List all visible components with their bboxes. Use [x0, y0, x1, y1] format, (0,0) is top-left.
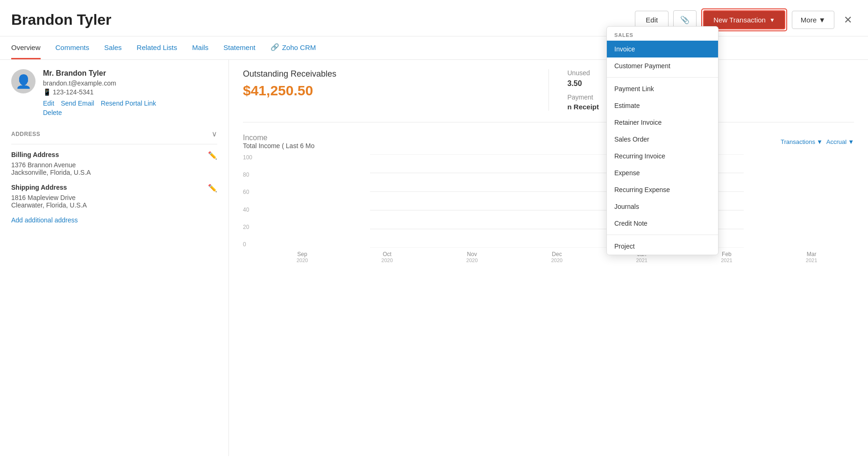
contact-actions: Edit Send Email Resend Portal Link	[43, 100, 156, 107]
left-panel: 👤 Mr. Brandon Tyler brandon.t@example.co…	[0, 60, 229, 456]
income-subtitle: Total Income ( Last 6 Mo	[243, 142, 314, 150]
address-section-title: ADDRESS	[11, 131, 40, 137]
contact-info: Mr. Brandon Tyler brandon.t@example.com …	[43, 69, 156, 116]
edit-contact-link[interactable]: Edit	[43, 100, 54, 107]
dropdown-divider-2	[607, 235, 718, 235]
shipping-address-line2: Clearwater, Florida, U.S.A	[11, 201, 87, 209]
new-transaction-dropdown: SALES Invoice Customer Payment Payment L…	[606, 26, 719, 255]
dropdown-item-journals[interactable]: Journals	[607, 198, 718, 215]
chart-x-axis: Sep 2020 Oct 2020 Nov 2020	[260, 251, 854, 263]
dropdown-item-retainer-invoice[interactable]: Retainer Invoice	[607, 114, 718, 131]
avatar-icon: 👤	[15, 74, 32, 89]
accrual-dropdown[interactable]: Accrual ▼	[826, 138, 854, 145]
dropdown-sales-label: SALES	[607, 27, 718, 41]
resend-portal-link[interactable]: Resend Portal Link	[101, 100, 156, 107]
contact-name: Mr. Brandon Tyler	[43, 69, 156, 78]
right-panel: Outstanding Receivables $41,250.50 Unuse…	[229, 60, 868, 456]
page-title: Brandon Tyler	[11, 11, 112, 29]
transactions-dropdown[interactable]: Transactions ▼	[781, 138, 823, 145]
chart-label-sep: Sep 2020	[297, 251, 308, 263]
shipping-edit-icon[interactable]: ✏️	[208, 184, 217, 193]
chart-label-nov: Nov 2020	[466, 251, 477, 263]
tab-sales[interactable]: Sales	[104, 37, 122, 59]
tabs-bar: Overview Comments Sales Related Lists Ma…	[0, 36, 868, 60]
billing-address-block: Billing Address 1376 Brannon Avenue Jack…	[11, 151, 217, 176]
contact-phone: 📱 123-124-5341	[43, 88, 156, 96]
billing-address-line1: 1376 Brannon Avenue	[11, 161, 91, 169]
tab-statement[interactable]: Statement	[223, 37, 255, 59]
dropdown-item-credit-note[interactable]: Credit Note	[607, 215, 718, 232]
dropdown-item-recurring-expense[interactable]: Recurring Expense	[607, 181, 718, 198]
contact-email: brandon.t@example.com	[43, 79, 156, 87]
avatar: 👤	[11, 69, 36, 93]
income-chart: 100 80 60 40 20 0	[243, 154, 854, 257]
paperclip-icon: 📎	[680, 16, 690, 24]
tab-related-lists[interactable]: Related Lists	[137, 37, 178, 59]
tab-overview[interactable]: Overview	[11, 37, 41, 59]
dropdown-item-estimate[interactable]: Estimate	[607, 97, 718, 114]
income-title: Income	[243, 134, 314, 142]
receivables-title: Outstanding Receivables	[243, 69, 530, 79]
dropdown-item-customer-payment[interactable]: Customer Payment	[607, 57, 718, 74]
tab-zoho-crm[interactable]: 🔗 Zoho CRM	[270, 36, 316, 59]
dropdown-divider	[607, 77, 718, 78]
phone-icon: 📱	[43, 88, 51, 96]
dropdown-item-sales-order[interactable]: Sales Order	[607, 131, 718, 148]
chart-label-feb: Feb 2021	[721, 251, 732, 263]
chart-svg	[260, 154, 854, 248]
add-address-link[interactable]: Add additional address	[11, 216, 217, 224]
tab-mails[interactable]: Mails	[192, 37, 208, 59]
receivables-block: Outstanding Receivables $41,250.50	[243, 69, 530, 111]
income-header: Income Total Income ( Last 6 Mo Transact…	[243, 134, 854, 150]
address-section-header: ADDRESS ∨	[11, 124, 217, 144]
contact-header: 👤 Mr. Brandon Tyler brandon.t@example.co…	[11, 69, 217, 116]
dropdown-arrow-icon: ▼	[769, 17, 775, 23]
send-email-link[interactable]: Send Email	[61, 100, 94, 107]
chart-y-axis: 100 80 60 40 20 0	[243, 154, 256, 248]
chart-label-oct: Oct 2020	[381, 251, 392, 263]
tab-comments[interactable]: Comments	[56, 37, 90, 59]
billing-edit-icon[interactable]: ✏️	[208, 151, 217, 160]
address-chevron-icon[interactable]: ∨	[212, 129, 217, 138]
income-section: Income Total Income ( Last 6 Mo Transact…	[243, 134, 854, 257]
new-transaction-label: New Transaction	[713, 16, 766, 24]
header: Brandon Tyler Edit 📎 New Transaction ▼ M…	[0, 0, 868, 36]
main-content: 👤 Mr. Brandon Tyler brandon.t@example.co…	[0, 60, 868, 456]
link-icon: 🔗	[270, 43, 279, 51]
shipping-address-block: Shipping Address 1816 Mapleview Drive Cl…	[11, 184, 217, 209]
close-button[interactable]: ✕	[839, 12, 857, 29]
receivables-amount: $41,250.50	[243, 83, 530, 99]
delete-contact-link[interactable]: Delete	[43, 109, 62, 116]
receivables-section: Outstanding Receivables $41,250.50 Unuse…	[243, 69, 854, 122]
more-button[interactable]: More ▼	[792, 11, 834, 29]
billing-address-line2: Jacksonville, Florida, U.S.A	[11, 169, 91, 176]
dropdown-item-recurring-invoice[interactable]: Recurring Invoice	[607, 148, 718, 164]
dropdown-item-project[interactable]: Project	[607, 238, 718, 255]
shipping-address-line1: 1816 Mapleview Drive	[11, 194, 87, 201]
dropdown-item-payment-link[interactable]: Payment Link	[607, 80, 718, 97]
billing-address-label: Billing Address	[11, 151, 91, 158]
chart-label-dec: Dec 2020	[551, 251, 562, 263]
dropdown-item-invoice[interactable]: Invoice	[607, 41, 718, 57]
shipping-address-label: Shipping Address	[11, 184, 87, 191]
income-controls: Transactions ▼ Accrual ▼	[781, 138, 854, 145]
page-container: Brandon Tyler Edit 📎 New Transaction ▼ M…	[0, 0, 868, 457]
chart-label-mar: Mar 2021	[806, 251, 817, 263]
dropdown-item-expense[interactable]: Expense	[607, 164, 718, 181]
